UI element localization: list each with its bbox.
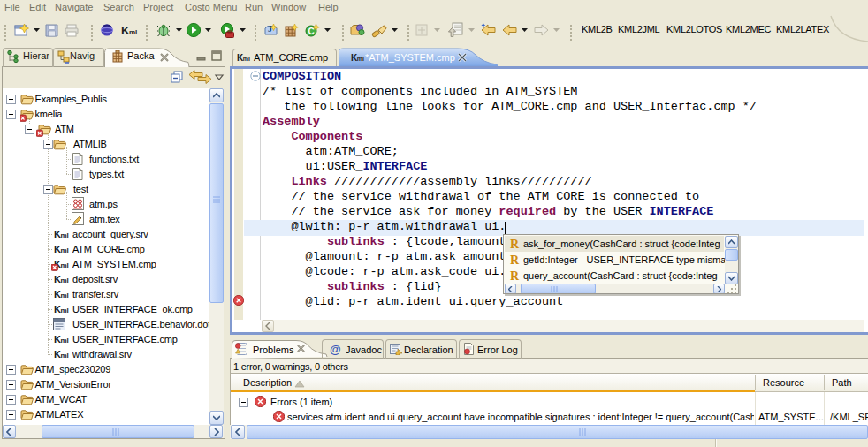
svg-text:ml: ml — [129, 28, 137, 36]
svg-text:C: C — [308, 27, 315, 36]
svg-text:J: J — [268, 24, 272, 34]
